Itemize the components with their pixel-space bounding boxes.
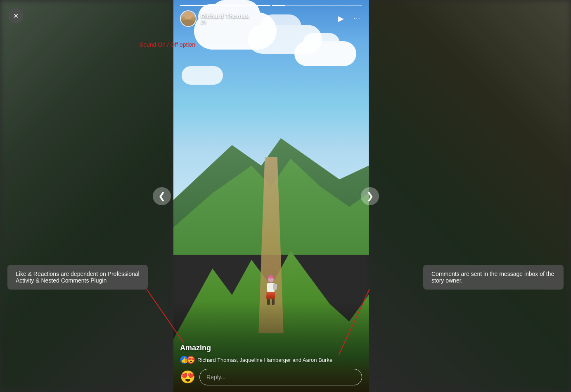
avatar-image: [181, 11, 196, 26]
emoji-button[interactable]: 😍: [180, 371, 195, 383]
story-header: Richard Thomas 2h ▶ ···: [173, 0, 369, 30]
reply-row: 😍: [180, 369, 362, 385]
user-text: Richard Thomas 2h: [201, 12, 249, 25]
story-bottom: Amazing 👍 😍 Richard Thomas, Jaqueline Ha…: [173, 344, 369, 392]
avatar-body: [182, 19, 194, 26]
cloud-3: [182, 66, 223, 85]
person-leg-right: [272, 299, 275, 305]
next-arrow-icon: ❯: [366, 191, 374, 202]
next-arrow-button[interactable]: ❯: [361, 187, 379, 205]
person-legs: [263, 299, 278, 305]
background-right: [369, 0, 571, 392]
user-info-left: Richard Thomas 2h: [180, 10, 249, 27]
reply-input[interactable]: [199, 369, 362, 385]
reactions-text: Richard Thomas, Jaqueline Hamberger and …: [197, 357, 332, 363]
person-head: [268, 277, 274, 283]
person-body: [267, 283, 275, 292]
more-icon: ···: [354, 15, 360, 22]
person-hair: [268, 275, 273, 278]
love-emoji: 😍: [187, 356, 195, 364]
progress-fill-1: [180, 5, 270, 6]
more-button[interactable]: ···: [352, 13, 362, 24]
user-info-row: Richard Thomas 2h ▶ ···: [180, 10, 362, 27]
person-figure: [263, 277, 278, 306]
play-icon: ▶: [338, 14, 344, 23]
user-name: Richard Thomas: [201, 12, 249, 19]
progress-bar-1: [180, 5, 270, 6]
progress-bars: [180, 5, 362, 6]
user-time: 2h: [201, 19, 249, 25]
tooltip-comments: Comments are sent in the message inbox o…: [423, 265, 564, 290]
sound-annotation: Sound On / Off option: [140, 41, 195, 48]
tooltip-reactions: Like & Reactions are dependent on Profes…: [7, 265, 148, 290]
story-container: Richard Thomas 2h ▶ ··· Amazing: [173, 0, 369, 392]
prev-arrow-icon: ❮: [158, 191, 166, 202]
close-icon: ✕: [13, 12, 19, 20]
story-image: Richard Thomas 2h ▶ ··· Amazing: [173, 0, 369, 392]
sound-annotation-text: Sound On / Off option: [140, 41, 195, 48]
story-caption: Amazing: [180, 344, 362, 352]
reactions-row: 👍 😍 Richard Thomas, Jaqueline Hamberger …: [180, 356, 362, 364]
play-button[interactable]: ▶: [336, 12, 346, 25]
progress-fill-2: [272, 5, 286, 6]
person-leg-left: [267, 299, 270, 305]
close-button[interactable]: ✕: [8, 8, 23, 23]
prev-arrow-button[interactable]: ❮: [153, 187, 171, 205]
tooltip-reactions-text: Like & Reactions are dependent on Profes…: [16, 271, 140, 284]
tooltip-comments-text: Comments are sent in the message inbox o…: [431, 271, 554, 284]
background-left: [0, 0, 173, 392]
mountain-scene: [173, 0, 369, 392]
avatar: [180, 10, 197, 27]
face-emoji-icon: 😍: [180, 370, 195, 384]
person-backpack: [273, 284, 277, 290]
header-actions: ▶ ···: [336, 12, 362, 25]
reaction-icons: 👍 😍: [180, 356, 195, 364]
progress-bar-2: [272, 5, 363, 6]
person-skirt: [266, 292, 275, 299]
